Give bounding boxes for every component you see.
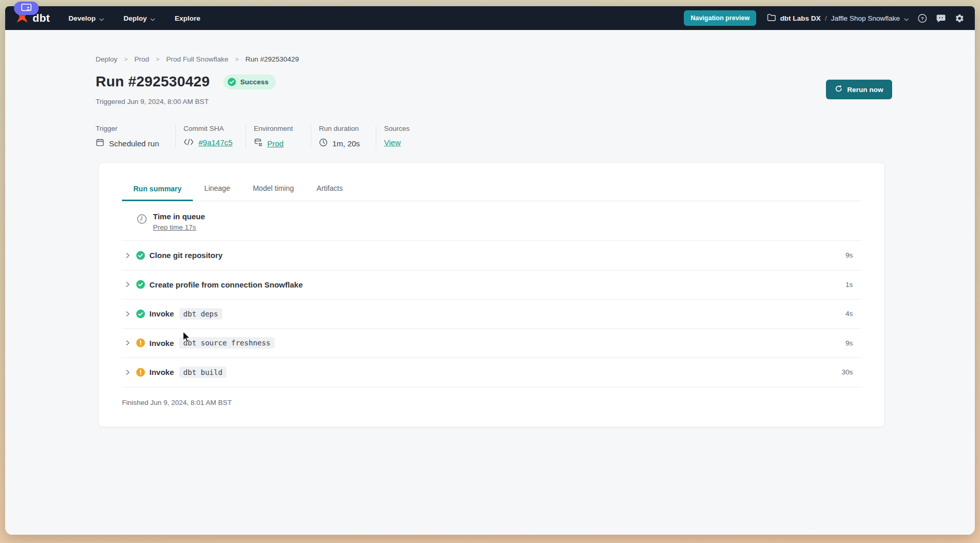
step-label: Create profile from connection Snowflake (149, 280, 303, 289)
warning-circle-icon (136, 368, 145, 377)
gear-icon[interactable] (955, 13, 964, 23)
step-label: Invoke (149, 339, 174, 348)
chevron-down-icon (904, 14, 909, 23)
check-circle-icon (136, 309, 145, 319)
check-circle-icon (136, 280, 145, 289)
meta-label: Commit SHA (183, 125, 246, 132)
breadcrumb-run: Run #292530429 (246, 55, 299, 63)
breadcrumb-separator: > (124, 56, 128, 63)
finished-timestamp: Finished Jun 9, 2024, 8:01 AM BST (122, 387, 861, 406)
queue-title: Time in queue (153, 212, 205, 221)
commit-sha-link[interactable]: #9a147c5 (198, 138, 233, 147)
breadcrumb-separator: > (156, 56, 160, 63)
feedback-icon[interactable] (936, 13, 946, 23)
step-duration: 9s (846, 251, 861, 259)
queue-clock-icon (136, 214, 147, 227)
chevron-right-icon[interactable] (126, 369, 130, 376)
step-row-clone-git[interactable]: Clone git repository 9s (122, 240, 861, 270)
clock-icon (319, 138, 328, 148)
step-row-dbt-deps[interactable]: Invoke dbt deps 4s (122, 299, 861, 328)
step-label: Invoke (149, 368, 174, 376)
tab-artifacts[interactable]: Artifacts (305, 184, 355, 201)
nav-item-deploy[interactable]: Deploy (124, 14, 155, 23)
step-row-create-profile[interactable]: Create profile from connection Snowflake… (122, 270, 861, 299)
status-badge-label: Success (240, 78, 269, 86)
meta-commit-sha: Commit SHA #9a147c5 (175, 125, 246, 148)
help-icon[interactable]: ? (917, 13, 927, 23)
chevron-right-icon[interactable] (126, 339, 130, 346)
run-meta-row: Trigger Scheduled run Commit SHA #9a147c… (96, 125, 410, 148)
project-switcher[interactable]: dbt Labs DX / Jaffle Shop Snowflake (767, 13, 909, 23)
triggered-timestamp: Triggered Jun 9, 2024, 8:00 AM BST (96, 98, 209, 105)
top-nav: dbt Develop Deploy Explore Navigation pr… (5, 6, 975, 30)
meta-label: Run duration (319, 125, 376, 132)
rerun-now-label: Rerun now (847, 86, 883, 94)
navigation-preview-button[interactable]: Navigation preview (684, 10, 756, 26)
step-duration: 1s (846, 281, 861, 289)
refresh-icon (835, 85, 843, 94)
tab-model-timing[interactable]: Model timing (241, 184, 305, 201)
title-row: Run #292530429 Success (96, 73, 276, 90)
app-window: dbt Develop Deploy Explore Navigation pr… (5, 6, 975, 535)
meta-sources: Sources View (376, 125, 410, 148)
svg-text:?: ? (921, 16, 924, 21)
step-label: Clone git repository (149, 251, 223, 260)
run-summary-card: Run summary Lineage Model timing Artifac… (98, 162, 885, 427)
meta-value-text: 1m, 20s (332, 139, 360, 148)
chevron-right-icon[interactable] (126, 310, 130, 318)
step-row-dbt-build[interactable]: Invoke dbt build 30s (122, 357, 861, 387)
sources-view-link[interactable]: View (384, 138, 401, 147)
breadcrumb-deploy[interactable]: Deploy (96, 55, 117, 63)
chevron-right-icon[interactable] (126, 252, 130, 259)
chevron-down-icon (99, 15, 104, 23)
prep-time-link[interactable]: Prep time 17s (153, 223, 196, 231)
tabs: Run summary Lineage Model timing Artifac… (122, 163, 861, 201)
meta-trigger: Trigger Scheduled run (96, 125, 175, 148)
meta-run-duration: Run duration 1m, 20s (311, 125, 376, 148)
org-name: dbt Labs DX (780, 14, 821, 22)
database-icon (254, 138, 263, 148)
check-circle-icon (136, 251, 145, 260)
chevron-right-icon[interactable] (126, 281, 130, 288)
org-project-separator: / (825, 14, 827, 22)
time-in-queue-block: Time in queue Prep time 17s (122, 201, 861, 240)
nav-item-label: Develop (69, 14, 96, 22)
screen-share-icon (21, 4, 32, 13)
breadcrumb: Deploy > Prod > Prod Full Snowflake > Ru… (96, 55, 299, 63)
tab-run-summary[interactable]: Run summary (122, 185, 193, 201)
calendar-icon (96, 138, 104, 148)
nav-item-label: Deploy (124, 14, 147, 22)
main-nav: Develop Deploy Explore (69, 14, 201, 23)
step-duration: 30s (841, 368, 861, 376)
main-content: Deploy > Prod > Prod Full Snowflake > Ru… (5, 30, 975, 535)
meta-label: Trigger (96, 125, 175, 132)
status-badge: Success (223, 74, 276, 89)
meta-label: Environment (254, 125, 311, 132)
environment-link[interactable]: Prod (267, 139, 284, 148)
rerun-now-button[interactable]: Rerun now (826, 80, 892, 99)
chevron-down-icon (150, 15, 155, 23)
breadcrumb-job[interactable]: Prod Full Snowflake (166, 55, 228, 63)
warning-circle-icon (136, 338, 145, 348)
nav-item-explore[interactable]: Explore (175, 14, 201, 23)
tab-lineage[interactable]: Lineage (193, 184, 241, 201)
meta-value-text: Scheduled run (109, 139, 159, 148)
nav-item-develop[interactable]: Develop (69, 14, 104, 23)
meta-environment: Environment Prod (246, 125, 311, 148)
project-name: Jaffle Shop Snowflake (831, 14, 900, 22)
breadcrumb-separator: > (235, 56, 239, 63)
page-title: Run #292530429 (96, 73, 210, 90)
meta-label: Sources (384, 125, 410, 132)
check-circle-icon (227, 78, 236, 86)
step-label: Invoke (149, 309, 174, 318)
breadcrumb-prod[interactable]: Prod (134, 55, 149, 63)
step-command-chip: dbt build (179, 367, 227, 378)
step-command-chip: dbt deps (179, 308, 222, 320)
step-duration: 9s (846, 339, 861, 347)
code-icon (183, 138, 194, 147)
folder-icon (767, 13, 776, 23)
screen-share-indicator[interactable] (14, 2, 39, 15)
step-row-dbt-source-freshness[interactable]: Invoke dbt source freshness 9s (122, 328, 861, 358)
step-duration: 4s (846, 310, 861, 318)
topnav-right: Navigation preview dbt Labs DX / Jaffle … (684, 10, 964, 26)
